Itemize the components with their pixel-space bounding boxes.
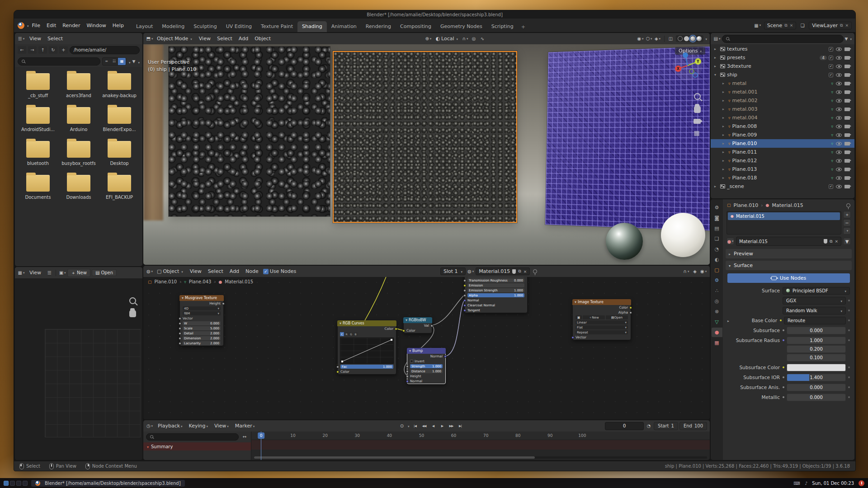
expand-arrow-icon[interactable] xyxy=(714,47,718,51)
keying-caret-icon[interactable] xyxy=(407,423,410,429)
hide-eye-icon[interactable] xyxy=(836,142,842,145)
distribution-dropdown[interactable]: GGX xyxy=(783,297,846,305)
node-musgrave-texture[interactable]: Musgrave Texture Height 4D fBM Vector W0… xyxy=(179,295,224,346)
disable-render-camera-icon[interactable] xyxy=(844,142,850,145)
expand-arrow-icon[interactable] xyxy=(722,107,726,111)
image-browse-icon[interactable]: ▣ xyxy=(576,315,582,319)
power-button[interactable] xyxy=(859,480,864,486)
tab-constraints[interactable]: ⊗ xyxy=(712,307,722,316)
socket-icon[interactable] xyxy=(463,304,466,307)
expand-arrow-icon[interactable] xyxy=(722,176,726,180)
blender-logo-icon[interactable] xyxy=(18,22,24,29)
node-input-row[interactable]: Alpha1.000 xyxy=(465,293,527,298)
outliner-row[interactable]: ▿ presets 4 ▿ ✓ xyxy=(711,53,854,62)
outliner-item-label[interactable]: Plane.011 xyxy=(732,149,830,155)
orientation-dropdown[interactable]: ◐Local xyxy=(433,35,460,42)
outliner-row[interactable]: ▿ Plane.010 ▿ ✓ xyxy=(711,139,854,148)
surface-panel-header[interactable]: Surface xyxy=(726,261,852,270)
expand-arrow-icon[interactable] xyxy=(722,133,726,137)
outliner-item-label[interactable]: textures xyxy=(727,46,827,52)
timeline-menu[interactable]: Playback xyxy=(155,422,186,430)
folder-item[interactable]: Arduino xyxy=(58,107,99,132)
hide-eye-icon[interactable] xyxy=(836,116,842,120)
node-input-row[interactable]: Emission Strength1.000 xyxy=(465,288,527,293)
image-open-button[interactable]: ▤ Open xyxy=(92,269,117,276)
disable-render-camera-icon[interactable] xyxy=(844,82,850,85)
subsurface-color-swatch[interactable] xyxy=(787,364,846,371)
exclude-checkbox-icon[interactable]: ✓ xyxy=(829,184,833,189)
socket-icon[interactable] xyxy=(463,289,466,292)
hide-eye-icon[interactable] xyxy=(836,65,842,68)
editor-type-icon[interactable]: ◍ xyxy=(146,267,153,275)
node-input-row[interactable]: Dimension2.000 xyxy=(180,336,223,341)
socket-icon[interactable] xyxy=(430,324,433,327)
socket-icon[interactable] xyxy=(336,371,339,373)
socket-icon[interactable] xyxy=(629,311,632,314)
scene-selector[interactable]: Scene ⧉ × xyxy=(764,22,797,29)
outliner-item-label[interactable]: metal xyxy=(732,80,830,86)
folder-item[interactable]: anakey-backup xyxy=(99,73,140,98)
subsurface-method-dropdown[interactable]: Random Walk xyxy=(783,307,846,314)
filter-funnel-icon[interactable]: ▼ xyxy=(845,37,848,41)
disable-render-camera-icon[interactable] xyxy=(844,133,850,137)
filter-funnel-icon[interactable]: ▼ xyxy=(843,238,851,245)
playhead[interactable]: 0 xyxy=(261,432,261,460)
xray-toggle-icon[interactable]: ◫ xyxy=(667,35,675,42)
projection-dropdown[interactable]: Flat xyxy=(573,325,631,330)
metallic-slider[interactable]: 0.000 xyxy=(787,394,846,401)
scene-new-icon[interactable]: ⧉ xyxy=(784,23,787,28)
hide-eye-icon[interactable] xyxy=(836,150,842,154)
node-input-row[interactable]: W0.000 xyxy=(180,321,223,326)
add-slot-button[interactable]: ＋ xyxy=(843,211,851,218)
disable-render-camera-icon[interactable] xyxy=(844,99,850,103)
outliner-item-label[interactable]: Plane.013 xyxy=(732,166,830,172)
transform-pivot-icon[interactable]: ⊕ xyxy=(425,35,432,42)
editor-options-icon[interactable]: ◉ xyxy=(700,267,707,275)
node-input-row[interactable]: Transmission Roughness0.000 xyxy=(465,278,527,283)
visibility-dropdown-icon[interactable]: ◉ xyxy=(637,35,644,42)
forward-button[interactable]: → xyxy=(28,46,37,54)
workspace-tab[interactable]: Animation xyxy=(327,21,361,32)
node-input-row[interactable]: Emission xyxy=(465,283,527,288)
viewlayer-icon[interactable]: ❏ xyxy=(799,22,806,29)
musgrave-type-dropdown[interactable]: fBM xyxy=(180,311,223,316)
socket-icon[interactable] xyxy=(395,328,397,330)
shader-type-dropdown[interactable]: ▢Object xyxy=(155,268,185,275)
scene-browse-icon[interactable]: ▦ xyxy=(754,22,761,29)
outliner-item-label[interactable]: metal.002 xyxy=(732,98,830,103)
workspace-1[interactable] xyxy=(4,481,9,486)
node-input-row[interactable]: Vector xyxy=(180,316,223,321)
create-directory-button[interactable]: + xyxy=(59,46,68,54)
tab-material[interactable]: ● xyxy=(712,328,722,337)
frame-start-field[interactable]: Start1 xyxy=(654,422,678,430)
socket-icon[interactable] xyxy=(179,342,181,345)
unlink-icon[interactable]: × xyxy=(835,239,838,244)
checkbox-icon[interactable] xyxy=(410,360,413,363)
hide-eye-icon[interactable] xyxy=(836,133,842,137)
image-open-button[interactable]: ▤ Open xyxy=(606,315,628,319)
tab-physics[interactable]: ◎ xyxy=(712,296,722,306)
image-new-button[interactable]: ＋ New xyxy=(583,315,605,319)
outliner-row[interactable]: ▿ Plane.011 ▿ ✓ xyxy=(711,148,854,156)
expand-icon[interactable] xyxy=(727,318,729,324)
workspace-4[interactable] xyxy=(23,481,28,486)
transport-button[interactable]: ▶ xyxy=(438,422,446,430)
display-detail-icon[interactable]: ☷ xyxy=(110,58,118,65)
folder-item[interactable]: BlenderExpo... xyxy=(99,107,140,132)
outliner-row[interactable]: ▿ _scene ▿ ✓ xyxy=(711,182,854,191)
keyboard-layout-icon[interactable]: ⌨ xyxy=(794,481,800,486)
outliner-row[interactable]: ▿ textures ▿ ✓ xyxy=(711,45,854,53)
file-search-input[interactable] xyxy=(18,57,100,66)
snapping-icon[interactable]: ∩ xyxy=(683,267,690,275)
workspace-tab[interactable]: Layout xyxy=(132,21,157,32)
node-image-texture[interactable]: Image Texture Color Alpha ▣ ＋ New ▤ Open… xyxy=(572,299,631,340)
disable-render-camera-icon[interactable] xyxy=(844,125,850,128)
anisotropy-slider[interactable]: 0.000 xyxy=(787,384,846,391)
material-browse-icon[interactable]: ◍ xyxy=(467,267,474,275)
file-browser-menu[interactable]: View xyxy=(26,35,44,42)
socket-icon[interactable] xyxy=(402,329,405,332)
socket-icon[interactable] xyxy=(444,355,447,358)
breadcrumb-material[interactable]: Material.015 xyxy=(225,279,253,284)
expand-arrow-icon[interactable] xyxy=(722,81,726,85)
folder-item[interactable]: Downloads xyxy=(58,175,99,200)
